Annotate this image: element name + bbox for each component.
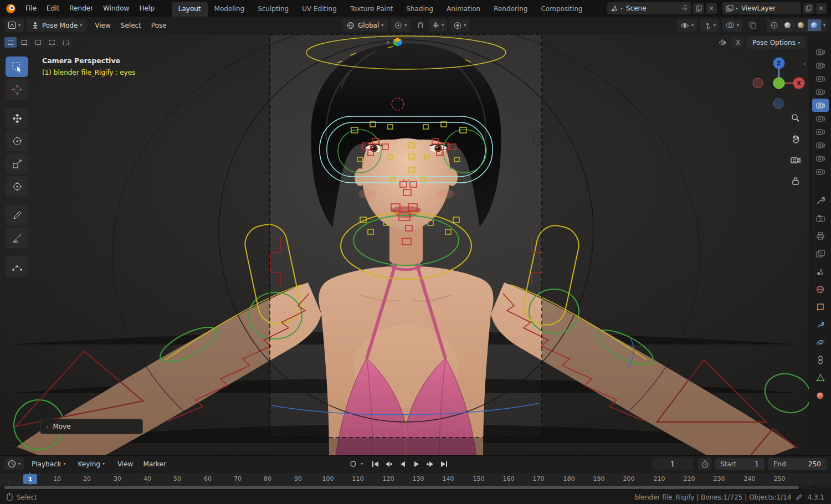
operator-panel-move[interactable]: › Move (40, 419, 143, 434)
viewlayer-selector[interactable]: ▾ ViewLayer (722, 2, 801, 14)
shading-material-button[interactable] (794, 19, 808, 31)
visibility-dropdown[interactable]: ▾ (677, 19, 697, 32)
tool-pose-breakdowner[interactable] (6, 256, 28, 277)
outliner-camera-item[interactable] (812, 125, 829, 138)
menu-edit[interactable]: Edit (42, 2, 64, 14)
outliner-camera-item[interactable] (812, 59, 829, 72)
properties-tab-constraints[interactable] (812, 351, 829, 369)
select-mode-invert[interactable] (46, 37, 58, 48)
tab-shading[interactable]: Shading (399, 2, 440, 17)
orientation-gizmo[interactable]: Z X (746, 47, 809, 111)
scrollbar-thumb[interactable] (4, 486, 799, 489)
tab-modeling[interactable]: Modeling (208, 2, 252, 17)
editor-type-button[interactable]: ▾ (4, 19, 24, 32)
tool-transform[interactable] (6, 176, 28, 197)
orientation-dropdown[interactable]: Global ▾ (342, 19, 388, 32)
current-frame-indicator[interactable]: 1 (23, 474, 37, 484)
tool-move[interactable] (6, 108, 28, 128)
start-frame-field[interactable]: Start 1 (715, 458, 765, 470)
properties-tab-tool[interactable] (812, 192, 829, 209)
tab-uv-editing[interactable]: UV Editing (295, 2, 343, 17)
outliner-camera-item[interactable] (812, 85, 829, 99)
properties-tab-view-layer[interactable] (812, 245, 829, 263)
remove-viewlayer-button[interactable]: × (815, 3, 827, 14)
scene-selector[interactable]: ▾ Scene (607, 2, 691, 14)
properties-tab-material[interactable] (812, 387, 829, 404)
collection-breadcrumb[interactable]: › (387, 37, 402, 47)
jump-to-end-button[interactable] (438, 458, 450, 470)
properties-tab-render[interactable] (812, 209, 829, 227)
timeline-view-menu[interactable]: View (112, 458, 138, 470)
timeline-marker-menu[interactable]: Marker (138, 458, 171, 470)
gizmo-axis-neg-z[interactable] (773, 99, 783, 109)
menu-help[interactable]: Help (134, 2, 159, 14)
select-mode-intersect[interactable] (60, 37, 72, 48)
keying-menu[interactable]: Keying ▾ (74, 457, 109, 470)
tab-sculpting[interactable]: Sculpting (251, 2, 295, 17)
jump-to-start-button[interactable] (368, 458, 381, 470)
overlays-dropdown[interactable]: ▾ (722, 19, 742, 32)
mirror-icon[interactable] (715, 37, 730, 49)
chevron-down-icon[interactable]: ▾ (361, 461, 363, 466)
new-viewlayer-button[interactable] (803, 3, 814, 14)
snap-target-dropdown[interactable]: ▾ (429, 19, 447, 32)
properties-tab-object[interactable] (812, 298, 829, 316)
tab-animation[interactable]: Animation (440, 2, 487, 17)
tool-measure[interactable] (6, 228, 28, 248)
snap-toggle-button[interactable] (413, 19, 428, 32)
pan-hand-icon[interactable] (788, 132, 803, 146)
menu-file[interactable]: File (20, 2, 42, 14)
outliner-camera-item[interactable] (812, 138, 829, 152)
mode-dropdown[interactable]: Pose Mode ▾ (27, 19, 86, 32)
playback-menu[interactable]: Playback ▾ (27, 457, 70, 470)
select-mode-new[interactable] (4, 37, 17, 48)
select-mode-subtract[interactable] (32, 37, 44, 48)
region-expand-arrow[interactable]: ‹ (803, 60, 806, 68)
menu-pose[interactable]: Pose (146, 19, 172, 32)
delete-scene-button[interactable]: × (706, 3, 717, 14)
outliner-camera-item[interactable] (812, 45, 829, 59)
outliner-camera-item-active[interactable] (812, 99, 829, 112)
gizmos-dropdown[interactable]: ▾ (700, 19, 719, 32)
outliner-camera-item[interactable] (812, 112, 829, 125)
tool-annotate[interactable] (6, 205, 28, 225)
outliner-camera-item[interactable] (812, 152, 829, 165)
zoom-icon[interactable] (788, 111, 803, 125)
blender-logo-icon[interactable] (6, 3, 16, 14)
outliner-camera-item[interactable] (812, 72, 829, 85)
shading-rendered-button[interactable] (808, 19, 821, 31)
properties-tab-scene[interactable] (812, 263, 829, 280)
new-scene-button[interactable] (693, 3, 704, 14)
menu-render[interactable]: Render (64, 2, 98, 14)
tab-rendering[interactable]: Rendering (487, 2, 534, 17)
current-frame-field[interactable]: 1 (652, 458, 693, 470)
proportional-editing-dropdown[interactable]: ▾ (450, 19, 469, 32)
pin-icon[interactable] (683, 5, 688, 12)
preview-range-button[interactable] (698, 458, 711, 470)
tool-scale[interactable] (6, 153, 28, 174)
jump-next-keyframe-button[interactable] (424, 458, 437, 470)
jump-prev-keyframe-button[interactable] (382, 458, 395, 470)
properties-tab-world[interactable] (812, 280, 829, 298)
shading-wireframe-button[interactable] (768, 19, 781, 31)
play-button[interactable] (410, 458, 423, 470)
timeline-editor-type-button[interactable]: ▾ (4, 457, 24, 470)
tab-texture-paint[interactable]: Texture Paint (343, 2, 399, 17)
properties-tab-physics[interactable] (812, 333, 829, 351)
auto-keying-toggle[interactable] (347, 458, 360, 470)
select-mode-extend[interactable] (18, 37, 30, 48)
3d-viewport[interactable]: X Pose Options ▾ Camera Perspective (1) … (0, 34, 809, 455)
timeline-ruler[interactable]: 10 20 30 40 50 60 70 80 90 100 110 120 1… (0, 472, 831, 485)
tab-layout[interactable]: Layout (172, 2, 208, 17)
timeline-scrollbar[interactable] (0, 485, 831, 490)
properties-tab-data[interactable] (812, 369, 829, 387)
pivot-point-dropdown[interactable]: ▾ (391, 19, 410, 32)
lock-icon[interactable] (788, 174, 803, 188)
tool-cursor[interactable] (6, 79, 28, 100)
end-frame-field[interactable]: End 250 (768, 458, 827, 470)
tool-select-box[interactable] (6, 56, 28, 77)
menu-window[interactable]: Window (98, 2, 134, 14)
gizmo-axis-neg-x[interactable] (753, 78, 763, 88)
properties-tab-output[interactable] (812, 227, 829, 245)
menu-select[interactable]: Select (116, 19, 146, 32)
